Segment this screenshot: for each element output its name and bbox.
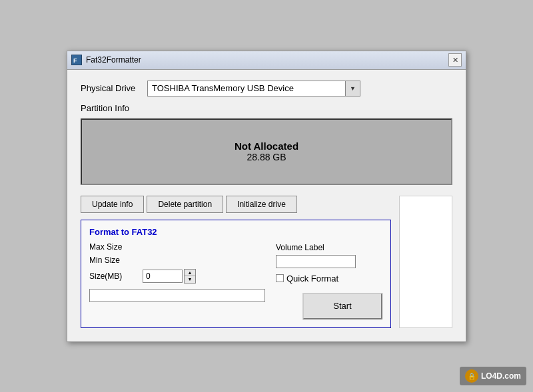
watermark: 🔒 LO4D.com xyxy=(460,367,526,385)
max-size-row: Max Size xyxy=(89,242,265,252)
partition-info-box: Not Allocated 28.88 GB xyxy=(81,118,452,185)
size-input[interactable] xyxy=(143,270,183,283)
size-input-wrapper: ▲ ▼ xyxy=(143,269,196,284)
main-window: F Fat32Formatter ✕ Physical Drive TOSHIB… xyxy=(67,51,466,342)
format-left-panel: Max Size Min Size Size(MB) xyxy=(89,242,265,319)
drive-selected-value: TOSHIBA TransMemory USB Device xyxy=(148,82,345,95)
partition-size: 28.88 GB xyxy=(247,152,286,162)
format-section-title: Format to FAT32 xyxy=(89,227,382,237)
start-button[interactable]: Start xyxy=(302,293,382,319)
spinner-down[interactable]: ▼ xyxy=(185,276,195,283)
close-button[interactable]: ✕ xyxy=(448,53,462,67)
format-inner: Max Size Min Size Size(MB) xyxy=(89,242,382,319)
window-title: Fat32Formatter xyxy=(86,55,141,65)
min-size-label: Min Size xyxy=(89,256,143,265)
title-bar-left: F Fat32Formatter xyxy=(71,55,141,65)
content-area: Physical Drive TOSHIBA TransMemory USB D… xyxy=(67,70,466,341)
partition-info-label: Partition Info xyxy=(81,103,129,113)
physical-drive-dropdown[interactable]: TOSHIBA TransMemory USB Device ▼ xyxy=(147,81,360,97)
volume-label-label: Volume Label xyxy=(276,243,324,252)
physical-drive-row: Physical Drive TOSHIBA TransMemory USB D… xyxy=(81,81,452,97)
volume-label-input[interactable] xyxy=(276,255,356,268)
format-right-panel: Volume Label Quick Format Start xyxy=(276,242,382,319)
main-left: Update info Delete partition Initialize … xyxy=(81,196,391,328)
format-section: Format to FAT32 Max Size Min Size xyxy=(81,220,391,328)
watermark-text: LO4D.com xyxy=(481,371,521,381)
dropdown-arrow-icon[interactable]: ▼ xyxy=(345,81,360,96)
logo-icon: 🔒 xyxy=(465,369,478,383)
physical-drive-label: Physical Drive xyxy=(81,83,147,93)
spinner-up[interactable]: ▲ xyxy=(185,270,195,276)
delete-partition-button[interactable]: Delete partition xyxy=(147,196,223,213)
quick-format-label: Quick Format xyxy=(286,274,338,284)
action-buttons-row: Update info Delete partition Initialize … xyxy=(81,196,391,213)
update-info-button[interactable]: Update info xyxy=(81,196,144,213)
svg-text:F: F xyxy=(73,57,77,64)
quick-format-checkbox[interactable] xyxy=(276,274,284,282)
main-layout: Update info Delete partition Initialize … xyxy=(81,196,452,328)
title-bar: F Fat32Formatter ✕ xyxy=(67,51,466,70)
app-icon: F xyxy=(71,55,82,65)
progress-bar xyxy=(89,289,265,302)
right-panel xyxy=(399,196,452,328)
size-spinner: ▲ ▼ xyxy=(184,269,196,284)
initialize-drive-button[interactable]: Initialize drive xyxy=(226,196,297,213)
size-mb-row: Size(MB) ▲ ▼ xyxy=(89,269,265,284)
max-size-label: Max Size xyxy=(89,242,143,252)
min-size-row: Min Size xyxy=(89,256,265,265)
quick-format-row: Quick Format xyxy=(276,274,338,284)
partition-status: Not Allocated xyxy=(235,140,298,152)
size-mb-label: Size(MB) xyxy=(89,272,143,281)
